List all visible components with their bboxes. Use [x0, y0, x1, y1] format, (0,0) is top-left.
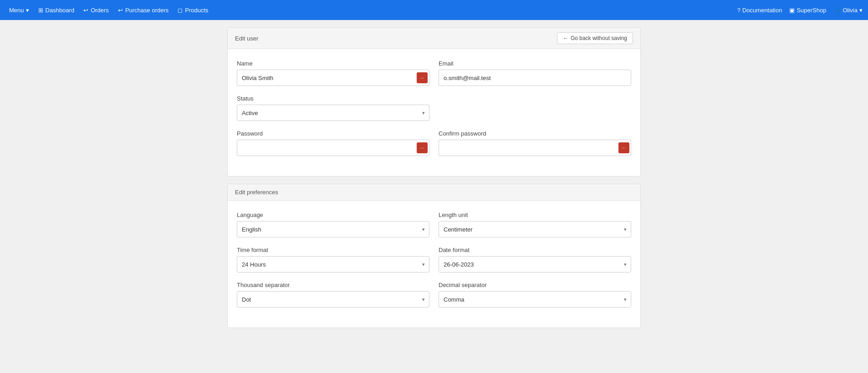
- question-icon: ?: [737, 7, 740, 14]
- separator-row: Thousand separator Dot Comma Space ▾ Dec…: [237, 282, 631, 307]
- nav-shop[interactable]: ▣ SuperShop: [789, 7, 826, 14]
- language-select-wrapper: English French Spanish ▾: [237, 221, 429, 237]
- date-format-label: Date format: [439, 247, 631, 253]
- confirm-password-label: Confirm password: [439, 130, 631, 137]
- date-format-group: Date format 26-06-2023 06/26/2023 ▾: [439, 247, 631, 272]
- email-group: Email: [439, 60, 631, 86]
- dots-icon: ···: [420, 76, 424, 81]
- date-format-select-wrapper: 26-06-2023 06/26/2023 ▾: [439, 256, 631, 272]
- password-input-wrapper: ···: [237, 140, 429, 156]
- dots-icon-3: ···: [622, 146, 626, 151]
- nav-purchase-orders[interactable]: ↩ Purchase orders: [114, 5, 172, 15]
- language-label: Language: [237, 212, 429, 218]
- navbar-left: Menu ▾ ⊞ Dashboard ↩ Orders ↩ Purchase o…: [5, 5, 212, 15]
- nav-user[interactable]: 👤 Olivia ▾: [833, 7, 863, 14]
- user-icon: 👤: [833, 7, 841, 14]
- dashboard-label: Dashboard: [46, 7, 75, 14]
- name-options-button[interactable]: ···: [417, 72, 428, 83]
- navbar: Menu ▾ ⊞ Dashboard ↩ Orders ↩ Purchase o…: [0, 0, 868, 20]
- decimal-separator-select[interactable]: Comma Dot: [439, 291, 631, 307]
- arrow-left-icon: ←: [563, 35, 568, 41]
- go-back-button[interactable]: ← Go back without saving: [557, 32, 633, 44]
- edit-preferences-card: Edit preferences Language English French…: [227, 184, 641, 328]
- edit-user-title: Edit user: [235, 35, 258, 42]
- language-group: Language English French Spanish ▾: [237, 212, 429, 237]
- length-unit-group: Length unit Centimeter Inch ▾: [439, 212, 631, 237]
- orders-label: Orders: [91, 7, 109, 14]
- purchase-orders-label: Purchase orders: [125, 7, 168, 14]
- edit-user-header: Edit user ← Go back without saving: [228, 28, 640, 49]
- confirm-password-options-button[interactable]: ···: [618, 142, 629, 153]
- products-icon: ◻: [178, 7, 183, 14]
- user-label: Olivia: [842, 7, 858, 14]
- password-row: Password ··· Confirm password ···: [237, 130, 631, 156]
- go-back-label: Go back without saving: [571, 35, 627, 41]
- decimal-separator-select-wrapper: Comma Dot ▾: [439, 291, 631, 307]
- shop-label: SuperShop: [797, 7, 826, 14]
- status-group: Status Active Inactive ▾: [237, 95, 429, 121]
- confirm-password-group: Confirm password ···: [439, 130, 631, 156]
- nav-dashboard[interactable]: ⊞ Dashboard: [35, 5, 78, 15]
- products-label: Products: [185, 7, 208, 14]
- length-unit-select[interactable]: Centimeter Inch: [439, 221, 631, 237]
- name-email-row: Name ··· Email: [237, 60, 631, 86]
- time-format-group: Time format 24 Hours 12 Hours ▾: [237, 247, 429, 272]
- language-length-row: Language English French Spanish ▾ Length…: [237, 212, 631, 237]
- edit-user-body: Name ··· Email: [228, 49, 640, 176]
- password-input[interactable]: [237, 140, 429, 156]
- status-select-wrapper: Active Inactive ▾: [237, 105, 429, 121]
- nav-documentation[interactable]: ? Documentation: [737, 7, 782, 14]
- length-unit-label: Length unit: [439, 212, 631, 218]
- thousand-separator-group: Thousand separator Dot Comma Space ▾: [237, 282, 429, 307]
- menu-label: Menu: [9, 7, 24, 14]
- email-input[interactable]: [439, 70, 631, 86]
- name-group: Name ···: [237, 60, 429, 86]
- orders-icon: ↩: [83, 7, 88, 14]
- edit-preferences-header: Edit preferences: [228, 184, 640, 201]
- password-group: Password ···: [237, 130, 429, 156]
- name-input-wrapper: ···: [237, 70, 429, 86]
- time-format-select-wrapper: 24 Hours 12 Hours ▾: [237, 256, 429, 272]
- documentation-label: Documentation: [742, 7, 782, 14]
- name-label: Name: [237, 60, 429, 67]
- chevron-down-icon: ▾: [26, 7, 29, 14]
- confirm-password-input-wrapper: ···: [439, 140, 631, 156]
- date-format-select[interactable]: 26-06-2023 06/26/2023: [439, 256, 631, 272]
- thousand-separator-select-wrapper: Dot Comma Space ▾: [237, 291, 429, 307]
- decimal-separator-group: Decimal separator Comma Dot ▾: [439, 282, 631, 307]
- nav-products[interactable]: ◻ Products: [174, 5, 212, 15]
- thousand-separator-select[interactable]: Dot Comma Space: [237, 291, 429, 307]
- decimal-separator-label: Decimal separator: [439, 282, 631, 288]
- edit-preferences-body: Language English French Spanish ▾ Length…: [228, 201, 640, 328]
- status-row: Status Active Inactive ▾: [237, 95, 631, 121]
- length-unit-select-wrapper: Centimeter Inch ▾: [439, 221, 631, 237]
- page-content: Edit user ← Go back without saving Name …: [220, 20, 648, 343]
- menu-button[interactable]: Menu ▾: [5, 5, 33, 15]
- dashboard-icon: ⊞: [38, 7, 43, 14]
- status-select[interactable]: Active Inactive: [237, 105, 429, 121]
- email-input-wrapper: [439, 70, 631, 86]
- nav-orders[interactable]: ↩ Orders: [80, 5, 112, 15]
- thousand-separator-label: Thousand separator: [237, 282, 429, 288]
- navbar-right: ? Documentation ▣ SuperShop 👤 Olivia ▾: [737, 7, 863, 14]
- purchase-orders-icon: ↩: [118, 7, 123, 14]
- time-format-select[interactable]: 24 Hours 12 Hours: [237, 256, 429, 272]
- password-options-button[interactable]: ···: [417, 142, 428, 153]
- time-format-label: Time format: [237, 247, 429, 253]
- dots-icon-2: ···: [420, 146, 424, 151]
- edit-preferences-title: Edit preferences: [235, 189, 278, 196]
- time-date-row: Time format 24 Hours 12 Hours ▾ Date for…: [237, 247, 631, 272]
- status-label: Status: [237, 95, 429, 102]
- email-label: Email: [439, 60, 631, 67]
- confirm-password-input[interactable]: [439, 140, 631, 156]
- name-input[interactable]: [237, 70, 429, 86]
- shop-icon: ▣: [789, 7, 795, 14]
- language-select[interactable]: English French Spanish: [237, 221, 429, 237]
- password-label: Password: [237, 130, 429, 137]
- user-chevron-icon: ▾: [859, 7, 863, 14]
- edit-user-card: Edit user ← Go back without saving Name …: [227, 27, 641, 176]
